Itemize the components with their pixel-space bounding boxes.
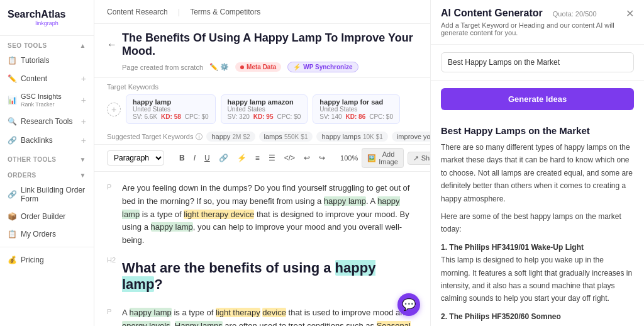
pricing-icon: 💰 [8, 256, 16, 264]
link-button[interactable]: 🔗 [216, 152, 231, 164]
logo-sub: linkgraph [8, 20, 86, 26]
content-icon: ✏️ [8, 74, 16, 83]
seo-tools-label: SEO TOOLS ▲ [0, 36, 94, 52]
panel-quota: Quota: 20/500 [553, 10, 597, 18]
redo-button[interactable]: ↪ [316, 152, 328, 164]
sidebar-item-link-building[interactable]: 🔗 Link Building Order Form [0, 181, 94, 208]
order-builder-icon: 📦 [8, 212, 16, 221]
my-orders-icon: 📋 [8, 230, 16, 239]
paragraph-0: P Are you feeling down in the dumps? Do … [107, 182, 418, 247]
sidebar-item-gsc-insights[interactable]: 📊 GSC Insights Rank Tracker + [0, 88, 94, 112]
generate-ideas-button[interactable]: Generate Ideas [441, 88, 634, 110]
sidebar-item-research-tools[interactable]: 🔍 Research Tools + [0, 112, 94, 131]
list-button[interactable]: ☰ [266, 152, 278, 164]
editor-title-row: ← The Benefits Of Using A Happy Lamp To … [107, 31, 418, 58]
nav-content-research[interactable]: Content Research [107, 8, 168, 16]
panel-title: AI Content Generator [441, 8, 543, 19]
panel-header: AI Content Generator Quota: 20/500 Add a… [431, 0, 644, 45]
underline-button[interactable]: U [202, 152, 213, 164]
undo-button[interactable]: ↩ [301, 152, 313, 164]
zoom-level: 100% [340, 154, 358, 162]
editor-body[interactable]: P Are you feeling down in the dumps? Do … [94, 172, 430, 326]
research-icon: 🔍 [8, 117, 16, 126]
meta-dot [240, 65, 244, 69]
suggested-tag-2[interactable]: happy lamps 10K $1 [316, 132, 387, 142]
logo-title: SearchAtlas [8, 9, 86, 20]
paragraph-format-select[interactable]: Paragraph [107, 150, 164, 166]
paragraph-1: P A happy lamp is a type of light therap… [107, 306, 418, 326]
editor-subtitle: Page created from scratch ✏️ ⚙️ Meta Dat… [122, 62, 418, 72]
special-button[interactable]: ⚡ [235, 152, 249, 164]
backlinks-icon: 🔗 [8, 136, 16, 145]
sidebar-item-content[interactable]: ✏️ Content + [0, 69, 94, 88]
keywords-row: + happy lamp United States SV: 6.6K KD: … [107, 94, 418, 124]
ai-panel: AI Content Generator Quota: 20/500 Add a… [430, 0, 644, 326]
share-button[interactable]: ↗ Share [408, 152, 430, 165]
generated-body: There are so many different types of hap… [441, 141, 634, 326]
keyword-input[interactable] [441, 52, 634, 72]
toolbar-right: 🖼️ Add Image ↗ Share AI Co [362, 148, 430, 168]
sidebar-item-backlinks[interactable]: 🔗 Backlinks + [0, 131, 94, 150]
meta-data-badge[interactable]: Meta Data [235, 62, 281, 72]
suggested-label: Suggested Target Keywords ⓘ [107, 132, 203, 142]
nav-terms-competitors[interactable]: Terms & Competitors [190, 8, 260, 16]
link-building-icon: 🔗 [8, 190, 16, 199]
keyword-card-2[interactable]: happy lamp for sad United States SV: 140… [313, 94, 400, 124]
add-keyword-button[interactable]: + [107, 103, 121, 116]
suggested-tag-1[interactable]: lamps 550K $1 [259, 132, 313, 142]
keywords-label: Target Keywords [107, 83, 418, 91]
sidebar: SearchAtlas linkgraph SEO TOOLS ▲ 📋 Tuto… [0, 0, 94, 326]
page-title: The Benefits Of Using A Happy Lamp To Im… [122, 31, 418, 58]
italic-button[interactable]: I [191, 152, 198, 164]
orders-label: ORDERS ▼ [0, 166, 94, 181]
code-button[interactable]: </> [282, 152, 297, 164]
heading-h2: H2 What are the benefits of using a happ… [107, 254, 418, 300]
chat-bubble-button[interactable]: 💬 [397, 293, 420, 316]
add-image-button[interactable]: 🖼️ Add Image [362, 148, 404, 168]
generated-title: Best Happy Lamps on the Market [441, 125, 634, 136]
panel-input-area [431, 45, 644, 81]
keywords-area: Target Keywords + happy lamp United Stat… [94, 78, 430, 129]
close-button[interactable]: ✕ [626, 8, 634, 20]
content-item-1: 2. The Philips HF3520/60 Somneo This lam… [441, 310, 634, 326]
editor-header: ← The Benefits Of Using A Happy Lamp To … [94, 24, 430, 78]
panel-description: Add a Target Keyword or Heading and our … [441, 21, 626, 37]
suggested-area: Suggested Target Keywords ⓘ happy 2M $2 … [94, 129, 430, 144]
other-tools-label: OTHER TOOLS ▼ [0, 150, 94, 166]
gsc-icon: 📊 [8, 96, 16, 104]
top-nav: Content Research | Terms & Competitors [94, 0, 430, 24]
bullet-button[interactable]: ≡ [253, 152, 262, 164]
chat-icon: 💬 [402, 298, 416, 312]
sidebar-item-tutorials[interactable]: 📋 Tutorials [0, 52, 94, 69]
keyword-card-1[interactable]: happy lamp amazon United States SV: 320 … [221, 94, 308, 124]
sidebar-logo: SearchAtlas linkgraph [0, 0, 94, 36]
sidebar-item-order-builder[interactable]: 📦 Order Builder [0, 208, 94, 225]
bold-button[interactable]: B [177, 152, 187, 164]
toolbar: Paragraph B I U 🔗 ⚡ ≡ ☰ </> ↩ ↪ 100% 🖼️ … [94, 144, 430, 172]
sidebar-item-pricing[interactable]: 💰 Pricing [0, 251, 94, 269]
content-item-0: 1. The Philips HF3419/01 Wake-Up Light T… [441, 241, 634, 305]
sidebar-item-my-orders[interactable]: 📋 My Orders [0, 225, 94, 243]
main-content: Content Research | Terms & Competitors ←… [94, 0, 430, 326]
suggested-tag-0[interactable]: happy 2M $2 [206, 132, 255, 142]
wp-sync-badge[interactable]: ⚡ WP Synchronize [287, 62, 358, 72]
tutorials-icon: 📋 [8, 56, 16, 65]
panel-content: Best Happy Lamps on the Market There are… [431, 118, 644, 326]
suggested-tag-3[interactable]: improve your mood 260 $2 [392, 132, 430, 142]
keyword-card-0[interactable]: happy lamp United States SV: 6.6K KD: 58… [126, 94, 216, 124]
back-button[interactable]: ← [107, 39, 117, 50]
